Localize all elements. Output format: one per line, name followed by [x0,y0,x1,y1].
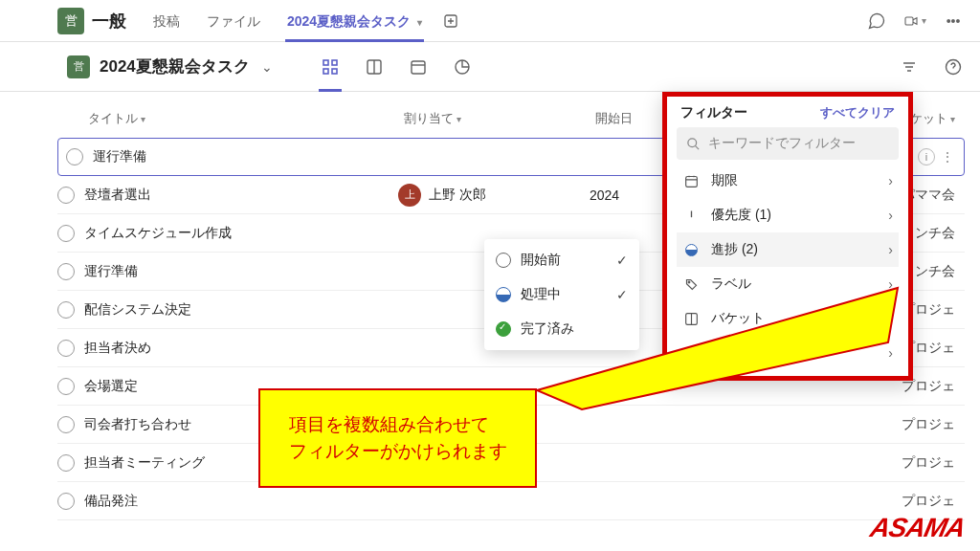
info-icon[interactable]: i [918,148,935,165]
filter-search-input[interactable]: キーワードでフィルター [677,127,899,160]
filter-item-assignment[interactable]: 割り当て (2) › [677,336,899,370]
tab-planner-label: 2024夏懇親会タスク [287,13,411,29]
more-icon[interactable]: ••• [942,10,965,33]
filter-item-bucket[interactable]: バケット › [677,301,899,336]
svg-rect-7 [412,61,425,74]
chevron-right-icon: › [888,345,893,361]
check-icon: ✓ [616,253,628,268]
task-title: タイムスケジュール作成 [82,225,398,242]
task-complete-radio[interactable] [57,454,75,472]
status-label: 開始前 [521,252,561,269]
chevron-right-icon: › [888,242,893,257]
chevron-down-icon[interactable]: ⌄ [261,59,273,75]
task-complete-radio[interactable] [57,416,75,433]
chevron-down-icon: ▾ [141,114,145,124]
tab-posts[interactable]: 投稿 [142,0,191,42]
channel-top-bar: 営 一般 投稿 ファイル 2024夏懇親会タスク ▾ ▾ ••• [0,0,980,42]
task-bucket: プロジェ [902,454,955,472]
chevron-right-icon: › [888,173,893,188]
task-complete-radio[interactable] [57,301,75,319]
tag-icon [682,277,700,292]
task-row[interactable]: 備品発注 プロジェ [57,482,965,520]
svg-rect-5 [332,69,337,74]
circle-full-icon [496,321,511,337]
brand-logo: ASAMA [868,513,968,543]
task-title: 登壇者選出 [82,187,398,204]
svg-point-12 [688,281,690,283]
status-option-inprogress[interactable]: 処理中 ✓ [484,277,639,312]
chevron-right-icon: › [888,208,893,223]
filter-title: フィルター [680,104,747,121]
filter-clear-button[interactable]: すべてクリア [820,104,895,121]
view-chart-icon[interactable] [453,57,472,77]
chevron-right-icon: › [888,276,893,292]
svg-rect-4 [323,69,328,74]
task-complete-radio[interactable] [57,225,75,242]
add-tab-button[interactable] [437,8,464,34]
task-complete-radio[interactable] [66,148,83,165]
avatar: 上 [398,184,421,207]
filter-panel: フィルター すべてクリア キーワードでフィルター 期限 › 優先度 (1) › … [662,92,913,381]
col-start[interactable]: 開始日 [595,110,672,127]
plan-title: 2024夏懇親会タスク [100,55,250,77]
task-start: 2024 [590,187,666,203]
svg-point-10 [688,138,697,146]
svg-rect-2 [323,60,328,65]
chevron-down-icon: ▾ [922,15,926,26]
status-option-notstarted[interactable]: 開始前 ✓ [484,243,639,277]
svg-point-14 [686,348,691,353]
task-title: 担当者決め [82,340,398,357]
plan-badge: 営 [67,55,90,78]
view-board-icon[interactable] [365,57,384,77]
chevron-right-icon: › [888,311,893,326]
chevron-down-icon: ▾ [417,17,422,28]
filter-item-label: 進捗 (2) [711,241,758,258]
check-icon: ✓ [616,287,628,302]
task-title: 備品発注 [82,493,398,510]
tab-files[interactable]: ファイル [195,0,272,42]
circle-half-icon [496,287,511,302]
assignee-name: 上野 次郎 [429,187,486,204]
svg-rect-1 [905,17,913,25]
filter-item-label: 優先度 (1) [711,207,771,224]
filter-item-due[interactable]: 期限 › [677,164,899,198]
task-complete-radio[interactable] [57,493,75,510]
filter-item-label[interactable]: ラベル › [677,267,899,301]
progress-icon [682,244,700,256]
task-complete-radio[interactable] [57,378,75,395]
calendar-icon [682,174,700,188]
chevron-down-icon: ▾ [950,114,955,124]
filter-item-progress[interactable]: 進捗 (2) › [677,232,899,267]
filter-icon[interactable] [898,55,921,78]
task-assignee[interactable]: 上 上野 次郎 [398,184,590,207]
col-assign[interactable]: 割り当て▾ [404,110,595,127]
annotation-callout: 項目を複数組み合わせて フィルターがかけられます [258,388,537,488]
task-bucket: プロジェ [902,416,955,433]
view-grid-icon[interactable] [321,57,340,77]
filter-item-priority[interactable]: 優先度 (1) › [677,198,899,232]
col-title[interactable]: タイトル▾ [88,110,404,127]
team-name: 一般 [92,10,126,33]
svg-point-15 [692,350,696,354]
callout-text-line2: フィルターがかけられます [289,438,507,466]
channel-tabs: 投稿 ファイル 2024夏懇親会タスク ▾ [142,0,464,42]
status-option-completed[interactable]: 完了済み [484,312,639,346]
more-icon[interactable]: ⋮ [941,149,956,165]
task-complete-radio[interactable] [57,340,75,357]
search-icon [686,137,701,151]
task-title: 運行準備 [82,263,398,280]
chevron-down-icon: ▾ [457,114,461,124]
svg-rect-11 [685,176,697,187]
view-schedule-icon[interactable] [409,57,428,77]
help-icon[interactable] [942,55,965,78]
filter-item-label: バケット [711,310,765,327]
circle-empty-icon [496,253,511,268]
meet-icon[interactable]: ▾ [903,10,926,33]
chat-icon[interactable] [865,10,888,33]
task-complete-radio[interactable] [57,263,75,280]
priority-icon [682,209,700,223]
tab-planner[interactable]: 2024夏懇親会タスク ▾ [276,0,434,42]
task-complete-radio[interactable] [57,187,75,204]
filter-search-placeholder: キーワードでフィルター [708,135,856,152]
people-icon [682,346,700,361]
